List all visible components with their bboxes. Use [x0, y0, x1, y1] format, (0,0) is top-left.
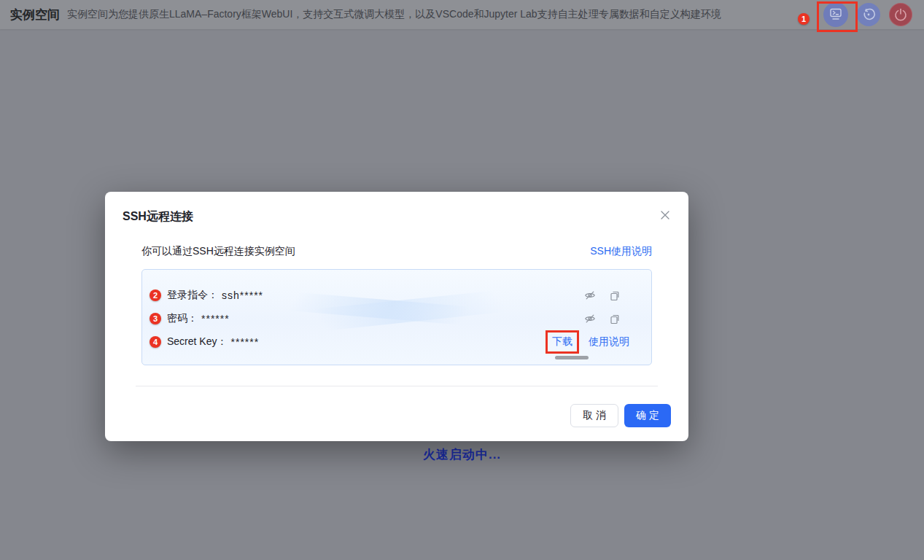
dialog-footer: 取 消 确 定: [105, 404, 688, 427]
password-value: ******: [201, 313, 230, 324]
dialog-header: SSH远程连接: [105, 192, 688, 225]
dialog-title: SSH远程连接: [123, 209, 671, 225]
secret-key-label: Secret Key：: [167, 335, 227, 349]
secret-key-row: 4 Secret Key： ****** 下载 使用说明: [142, 330, 651, 354]
secret-key-value: ******: [230, 336, 259, 348]
eye-invisible-icon[interactable]: [584, 289, 596, 301]
annotation-step-badge: 4: [150, 336, 161, 348]
loading-status-text: 火速启动中...: [423, 446, 501, 463]
download-link[interactable]: 下载: [552, 335, 572, 349]
password-row: 3 密码： ******: [142, 307, 651, 330]
horizontal-scrollbar-thumb[interactable]: [555, 356, 589, 359]
restart-icon: [861, 7, 876, 22]
power-icon: [893, 7, 908, 22]
page-header: 实例空间 实例空间为您提供原生LLaMA–Factory框架WebUI，支持交互…: [0, 0, 924, 29]
annotation-step-badge: 1: [798, 13, 810, 25]
page-title: 实例空间: [10, 7, 60, 23]
ssh-terminal-button[interactable]: [823, 2, 848, 27]
login-command-row: 2 登录指令： ssh*****: [142, 284, 651, 307]
copy-icon[interactable]: [609, 313, 621, 324]
login-command-value: ssh*****: [222, 289, 263, 301]
eye-invisible-icon[interactable]: [584, 313, 596, 324]
credentials-panel: 2 登录指令： ssh*****: [141, 269, 652, 365]
footer-divider: [136, 386, 658, 386]
password-label: 密码：: [167, 312, 198, 325]
terminal-icon: [828, 7, 843, 22]
annotation-step-badge: 3: [150, 313, 161, 324]
annotation-highlight-download: 下载: [546, 330, 579, 354]
page-subtitle: 实例空间为您提供原生LLaMA–Factory框架WebUI，支持交互式微调大模…: [67, 8, 721, 21]
power-off-button[interactable]: [889, 3, 912, 26]
dialog-intro-row: 你可以通过SSH远程连接实例空间 SSH使用说明: [105, 244, 688, 259]
annotation-step-badge: 2: [150, 289, 161, 301]
restart-button[interactable]: [857, 3, 880, 26]
close-icon[interactable]: [658, 208, 672, 222]
login-command-label: 登录指令：: [167, 289, 218, 302]
cancel-button[interactable]: 取 消: [570, 404, 618, 427]
usage-instructions-link[interactable]: 使用说明: [589, 335, 629, 349]
ssh-help-link[interactable]: SSH使用说明: [590, 245, 652, 258]
ssh-connection-dialog: SSH远程连接 你可以通过SSH远程连接实例空间 SSH使用说明 2 登录指令：…: [105, 192, 688, 441]
intro-text: 你可以通过SSH远程连接实例空间: [141, 245, 295, 258]
confirm-button[interactable]: 确 定: [624, 404, 671, 427]
copy-icon[interactable]: [609, 289, 621, 301]
